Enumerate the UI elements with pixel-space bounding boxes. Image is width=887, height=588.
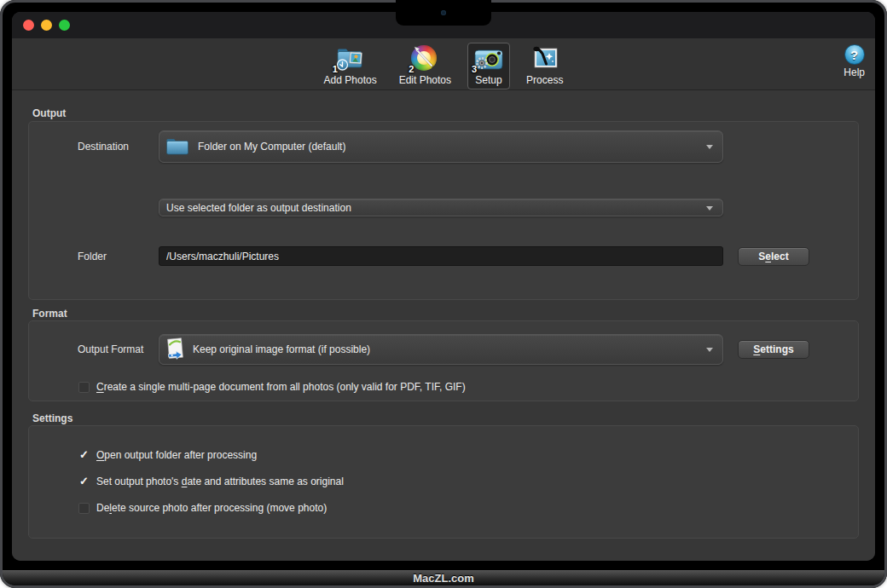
output-format-label: Output Format <box>78 343 159 355</box>
screen: 1 Add Photos 2 <box>12 12 875 561</box>
set-date-checkbox[interactable] <box>78 476 90 487</box>
section-title-settings: Settings <box>32 412 875 424</box>
delete-source-checkbox-label: Delete source photo after processing (mo… <box>96 502 327 514</box>
toolbar-item-add-photos[interactable]: 1 Add Photos <box>318 43 383 89</box>
groupbox-output: Destination Folder on My Computer <box>28 121 859 300</box>
laptop-chin: MacZL.com <box>3 570 884 585</box>
output-format-dropdown[interactable]: Keep original image format (if possible) <box>159 334 723 365</box>
help-icon <box>844 44 865 65</box>
webcam-icon <box>441 10 446 15</box>
close-button[interactable] <box>23 20 34 31</box>
macbook-mockup: 1 Add Photos 2 <box>0 0 887 588</box>
delete-source-checkbox[interactable] <box>78 503 90 514</box>
watermark: MacZL.com <box>413 572 474 585</box>
chevron-down-icon <box>706 348 713 352</box>
app-window: 1 Add Photos 2 <box>12 12 875 561</box>
groupbox-format: Output Format <box>28 320 859 401</box>
multipage-checkbox-row[interactable]: Create a single multi-page document from… <box>78 381 858 393</box>
open-folder-checkbox-row[interactable]: Open output folder after processing <box>78 449 858 461</box>
toolbar-item-label: Setup <box>475 74 501 86</box>
step-badge: 3 <box>472 64 477 74</box>
format-settings-button[interactable]: Settings <box>738 340 809 359</box>
folder-path-input[interactable] <box>159 246 723 266</box>
toolbar-item-setup[interactable]: 3 Setup <box>467 43 510 89</box>
setup-icon: 3 <box>473 44 504 72</box>
chevron-down-icon <box>706 206 713 210</box>
toolbar-item-help[interactable]: Help <box>844 44 865 78</box>
toolbar-item-label: Edit Photos <box>399 74 451 86</box>
groupbox-settings: Open output folder after processing Set … <box>28 425 859 539</box>
laptop-frame: 1 Add Photos 2 <box>0 0 887 588</box>
toolbar-item-edit-photos[interactable]: 2 Edit Photos <box>393 43 457 89</box>
destination-mode-dropdown[interactable]: Use selected folder as output destinatio… <box>159 199 723 216</box>
add-photos-icon: 1 <box>334 44 367 72</box>
edit-photos-icon: 2 <box>410 44 439 72</box>
delete-source-checkbox-row[interactable]: Delete source photo after processing (mo… <box>78 502 858 514</box>
section-title-output: Output <box>32 107 875 119</box>
minimize-button[interactable] <box>41 20 52 31</box>
main-content: Output Destination <box>12 90 875 561</box>
toolbar-item-label: Add Photos <box>324 74 377 86</box>
chevron-down-icon <box>706 145 713 149</box>
destination-value: Folder on My Computer (default) <box>198 141 345 153</box>
open-folder-checkbox-label: Open output folder after processing <box>96 449 257 461</box>
folder-label: Folder <box>78 251 159 262</box>
multipage-checkbox[interactable] <box>78 382 90 393</box>
toolbar: 1 Add Photos 2 <box>12 38 875 90</box>
open-folder-checkbox[interactable] <box>78 450 90 461</box>
display-notch <box>396 0 491 26</box>
destination-dropdown[interactable]: Folder on My Computer (default) <box>159 130 723 163</box>
folder-icon <box>165 136 190 157</box>
output-format-value: Keep original image format (if possible) <box>193 343 370 355</box>
toolbar-item-label: Process <box>526 74 563 86</box>
set-date-checkbox-row[interactable]: Set output photo's date and attributes s… <box>78 476 858 487</box>
step-badge: 1 <box>333 64 338 74</box>
select-folder-button[interactable]: Select <box>738 247 809 266</box>
image-format-icon <box>165 337 185 362</box>
toolbar-item-process[interactable]: Process <box>520 43 569 89</box>
destination-label: Destination <box>78 141 159 153</box>
step-badge: 2 <box>409 64 414 74</box>
set-date-checkbox-label: Set output photo's date and attributes s… <box>96 476 344 487</box>
process-icon <box>530 44 559 72</box>
section-title-format: Format <box>32 308 875 320</box>
help-label: Help <box>844 66 865 78</box>
multipage-checkbox-label: Create a single multi-page document from… <box>96 381 466 393</box>
zoom-button[interactable] <box>59 20 70 31</box>
destination-mode-value: Use selected folder as output destinatio… <box>166 202 351 214</box>
